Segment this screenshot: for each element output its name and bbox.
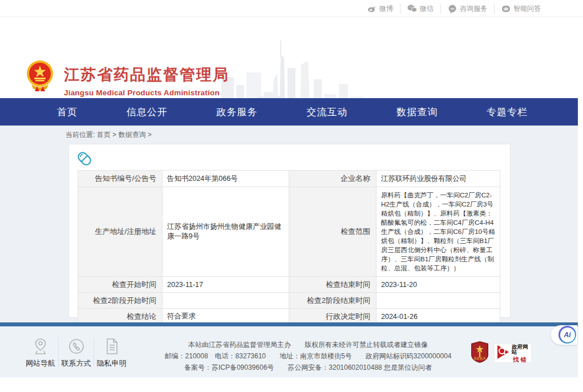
footer-quick-links: 网站导航 联系方式: [23, 338, 129, 369]
magnifier-flag-icon: [496, 344, 510, 362]
robot-icon: [501, 5, 511, 13]
topbar-item-label: 微博: [379, 4, 393, 14]
topbar-item-weibo[interactable]: 微博: [361, 4, 400, 14]
page: 微博 微信 咨询服务 智能问答: [0, 0, 583, 392]
footer-link-label: 联系方式: [62, 358, 91, 369]
field-label-address: 生产地址/注册地址: [78, 187, 163, 277]
footer-line-host: 本站由江苏省药品监督管理局主办 版权所有未经许可禁止转载或者建立镜像: [148, 339, 468, 350]
nav-item-data-query[interactable]: 数据查询: [396, 106, 438, 119]
site-subtitle: Jiangsu Medical Products Administration: [64, 88, 229, 97]
footer-link-label: 隐私申明: [97, 358, 127, 369]
field-label-start-date: 检查开始时间: [78, 277, 163, 293]
breadcrumb-prefix: 当前位置:: [66, 131, 95, 139]
footer-text: 本站由江苏省药品监督管理局主办 版权所有未经许可禁止转载或者建立镜像 邮编：21…: [148, 339, 468, 373]
brand: 江苏省药品监督管理局 Jiangsu Medical Products Admi…: [64, 64, 229, 97]
table-row: 告知书编号/公告号 告知书2024年第066号 企业名称 江苏联环药业股份有限公…: [78, 171, 500, 187]
footer-line-icp: 备案号：苏ICP备09039606号 苏公网安备：32010602010488 …: [148, 362, 468, 373]
wechat-icon: [407, 5, 417, 13]
field-label-company-name: 企业名称: [289, 171, 376, 187]
field-value-phase2-end: [376, 293, 500, 309]
phone-icon: [68, 338, 84, 355]
ai-assistant-widget: Ai: [551, 325, 577, 345]
field-value-company-name: 江苏联环药业股份有限公司: [376, 171, 500, 187]
detail-card: 告知书编号/公告号 告知书2024年第066号 企业名称 江苏联环药业股份有限公…: [68, 144, 511, 318]
footer-badges: 党政机关 政府网站 找错: [471, 341, 532, 365]
nav-item-interaction[interactable]: 交流互动: [306, 106, 347, 119]
topbar-item-wechat[interactable]: 微信: [400, 4, 440, 14]
field-label-inspection-scope: 检查范围: [289, 187, 376, 277]
ai-assistant-button[interactable]: Ai: [558, 326, 576, 343]
site-title: 江苏省药品监督管理局: [64, 64, 229, 85]
footer-link-contact[interactable]: 联系方式: [58, 338, 94, 369]
footer-whitespace: [0, 378, 583, 392]
topbar: 微博 微信 咨询服务 智能问答: [0, 0, 583, 17]
nav-item-home[interactable]: 首页: [57, 106, 78, 119]
footer-link-sitemap[interactable]: 网站导航: [23, 338, 58, 369]
field-value-notice-number: 告知书2024年第066号: [163, 171, 289, 187]
main-nav: 首页 信息公开 政务服务 交流互动 数据查询 专题专栏: [0, 98, 578, 126]
table-row: 检查开始时间 2023-11-17 检查结束时间 2023-11-20: [78, 277, 500, 293]
field-label-notice-number: 告知书编号/公告号: [78, 171, 163, 187]
footer-line-contact: 邮编：210008 电话：83273610 地址：南京市鼓楼街5号 政府网站标识…: [148, 350, 468, 362]
map-pin-icon: [33, 338, 48, 355]
footer: 网站导航 联系方式: [0, 326, 578, 378]
weibo-icon: [367, 5, 376, 13]
table-row: 生产地址/注册地址 江苏省扬州市扬州生物健康产业园健康一路9号 检查范围 原料药…: [78, 187, 500, 277]
ai-assistant-label: Ai: [560, 328, 575, 342]
field-value-phase2-start: [163, 293, 289, 309]
national-emblem-logo: [26, 59, 54, 94]
badge-text-top: 政府网站: [512, 344, 529, 355]
field-value-inspection-scope: 原料药【曲克芦丁，一车间C2厂房C2-H2生产线（合成），一车间C2厂房3号精烘…: [376, 187, 500, 277]
inspection-detail-table: 告知书编号/公告号 告知书2024年第066号 企业名称 江苏联环药业股份有限公…: [78, 170, 500, 341]
topbar-item-qa[interactable]: 智能问答: [494, 4, 548, 14]
field-label-phase2-end: 检查2阶段结束时间: [289, 293, 376, 309]
breadcrumb: 当前位置: 首页 > 数据查询 >: [66, 130, 152, 140]
nav-item-info-disclosure[interactable]: 信息公开: [127, 106, 168, 119]
badge-text-bottom: 找错: [513, 357, 528, 363]
document-icon: [105, 338, 119, 355]
topbar-item-label: 咨询服务: [460, 4, 487, 14]
field-label-end-date: 检查结束时间: [289, 277, 376, 293]
footer-link-privacy[interactable]: 隐私申明: [94, 338, 129, 369]
gov-site-error-report-badge[interactable]: 政府网站 找错: [494, 343, 532, 363]
topbar-item-consult[interactable]: 咨询服务: [440, 4, 494, 14]
field-value-address: 江苏省扬州市扬州生物健康产业园健康一路9号: [163, 187, 289, 277]
breadcrumb-link-data-query[interactable]: 数据查询: [118, 131, 145, 139]
breadcrumb-link-home[interactable]: 首页: [97, 131, 111, 139]
topbar-item-label: 微信: [420, 4, 434, 14]
nav-item-special-topics[interactable]: 专题专栏: [487, 106, 528, 119]
nav-item-gov-services[interactable]: 政务服务: [217, 106, 258, 119]
breadcrumb-separator: >: [112, 131, 116, 139]
footer-link-label: 网站导航: [26, 358, 55, 369]
topbar-item-label: 智能问答: [513, 4, 541, 14]
chat-bubble-icon: [448, 5, 457, 13]
field-value-start-date: 2023-11-17: [163, 277, 289, 293]
pill-icon: [76, 151, 92, 169]
table-row: 检查2阶段开始时间 检查2阶段结束时间: [78, 293, 500, 309]
party-gov-shield-badge[interactable]: 党政机关: [471, 341, 488, 365]
shield-label: 党政机关: [473, 357, 487, 361]
header: 江苏省药品监督管理局 Jiangsu Medical Products Admi…: [0, 18, 583, 98]
field-value-end-date: 2023-11-20: [376, 277, 500, 293]
footer-accent-bar: [0, 322, 578, 326]
breadcrumb-separator: >: [148, 131, 152, 139]
field-label-phase2-start: 检查2阶段开始时间: [78, 293, 163, 309]
